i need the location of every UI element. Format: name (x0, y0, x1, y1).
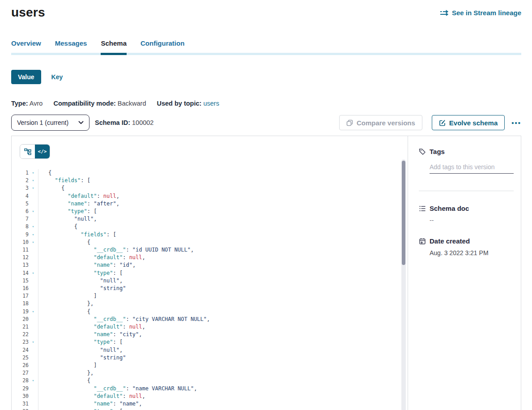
fold-arrow-icon[interactable]: ▾ (30, 231, 37, 239)
fold-spacer (30, 246, 37, 254)
topbar: users See in Stream lineage (0, 0, 532, 20)
code-line: 15 "null", (12, 277, 408, 285)
tree-view-button[interactable] (20, 145, 35, 158)
fold-arrow-icon[interactable]: ▾ (30, 377, 37, 384)
fold-arrow-icon[interactable]: ▾ (30, 269, 37, 277)
evolve-schema-button[interactable]: Evolve schema (432, 115, 505, 130)
line-number: 10 (12, 239, 29, 246)
line-number: 31 (12, 400, 29, 408)
code-text: "default": null, (38, 192, 119, 200)
fold-spacer (30, 362, 37, 369)
editor-scrollbar-thumb[interactable] (402, 161, 405, 265)
line-number: 4 (12, 192, 29, 200)
fold-spacer (30, 200, 37, 208)
code-line: 19▾ { (12, 308, 408, 316)
code-text: ] (38, 362, 97, 369)
line-number: 29 (12, 385, 29, 393)
schema-id-label: Schema ID: (95, 119, 130, 126)
code-text: "__crdb__": "name VARCHAR NULL", (38, 385, 197, 393)
code-text: { (38, 239, 90, 246)
evolve-edit-icon (439, 120, 446, 126)
code-text: { (38, 184, 64, 192)
code-line: 24 "null", (12, 346, 408, 354)
fold-arrow-icon[interactable]: ▾ (30, 408, 37, 410)
fold-arrow-icon[interactable]: ▾ (30, 239, 37, 246)
tab-overview[interactable]: Overview (11, 39, 41, 53)
more-options-button[interactable]: ••• (511, 120, 521, 126)
line-number: 14 (12, 269, 29, 277)
code-view-button[interactable]: </> (35, 145, 50, 158)
add-tags-input[interactable] (430, 162, 514, 174)
schema-doc-value: -- (430, 217, 514, 224)
code-text: }, (38, 369, 94, 377)
schema-editor: </> 1▾{2▾ "fields": [3▾ {4 "default": nu… (12, 136, 408, 410)
fold-arrow-icon[interactable]: ▾ (30, 169, 37, 177)
line-number: 16 (12, 285, 29, 292)
used-by-topic: Used by topic: users (157, 100, 219, 107)
code-line: 21 "default": null, (12, 323, 408, 331)
fold-arrow-icon[interactable]: ▾ (30, 223, 37, 231)
fold-spacer (30, 261, 37, 269)
line-number: 15 (12, 277, 29, 285)
schema-id-value: 100002 (132, 119, 153, 126)
editor-scrollbar-track[interactable] (401, 159, 406, 410)
code-line: 6▾ "type": [ (12, 208, 408, 215)
code-line: 22 "name": "city", (12, 331, 408, 338)
code-line: 23▾ "type": [ (12, 338, 408, 346)
fold-spacer (30, 316, 37, 323)
code-text: "name": "after", (38, 200, 119, 208)
fold-arrow-icon[interactable]: ▾ (30, 208, 37, 215)
code-text: { (38, 169, 51, 177)
code-text: "name": "name", (38, 400, 142, 408)
topic-link[interactable]: users (203, 100, 219, 107)
tag-icon (419, 148, 426, 155)
code-view-icon: </> (38, 149, 47, 154)
page-title: users (11, 5, 45, 20)
fold-spacer (30, 215, 37, 223)
fold-spacer (30, 331, 37, 338)
line-number: 12 (12, 254, 29, 261)
line-number: 2 (12, 177, 29, 184)
stream-lineage-icon (440, 10, 449, 16)
compare-versions-button[interactable]: Compare versions (339, 115, 422, 130)
code-line: 13 "name": "id", (12, 261, 408, 269)
code-line: 11 "__crdb__": "id UUID NOT NULL", (12, 246, 408, 254)
line-number: 17 (12, 292, 29, 300)
fold-arrow-icon[interactable]: ▾ (30, 184, 37, 192)
fold-arrow-icon[interactable]: ▾ (30, 177, 37, 184)
version-select[interactable]: Version 1 (current) (11, 115, 89, 131)
line-number: 27 (12, 369, 29, 377)
schema-sidebar: Tags (408, 136, 521, 410)
code-text: "name": "id", (38, 261, 136, 269)
key-toggle-link[interactable]: Key (51, 73, 63, 81)
code-line: 5 "name": "after", (12, 200, 408, 208)
line-number: 23 (12, 338, 29, 346)
fold-arrow-icon[interactable]: ▾ (30, 308, 37, 316)
schema-type: Type: Avro (11, 100, 43, 107)
fold-arrow-icon[interactable]: ▾ (30, 338, 37, 346)
line-number: 28 (12, 377, 29, 384)
tab-schema[interactable]: Schema (101, 39, 127, 55)
code-text: ] (38, 292, 97, 300)
tab-bar: Overview Messages Schema Configuration (11, 39, 521, 55)
tree-view-icon (24, 148, 31, 155)
fold-spacer (30, 323, 37, 331)
line-number: 6 (12, 208, 29, 215)
line-number: 20 (12, 316, 29, 323)
code-line: 14▾ "type": [ (12, 269, 408, 277)
code-text: "type": [ (38, 338, 123, 346)
code-text: "null", (38, 346, 123, 354)
topic-label: Used by topic: (157, 100, 201, 107)
line-number: 19 (12, 308, 29, 316)
tab-configuration[interactable]: Configuration (140, 39, 184, 53)
schema-page: users See in Stream lineage Overview (0, 0, 532, 410)
tab-messages[interactable]: Messages (55, 39, 87, 53)
code-text: "string" (38, 354, 126, 362)
code-line: 4 "default": null, (12, 192, 408, 200)
code-line: 1▾{ (12, 169, 408, 177)
code-line: 17 ] (12, 292, 408, 300)
value-toggle-button[interactable]: Value (11, 70, 41, 84)
code-text: "__crdb__": "id UUID NOT NULL", (38, 246, 194, 254)
stream-lineage-link[interactable]: See in Stream lineage (440, 9, 521, 17)
code-text: "type": [ (38, 408, 123, 410)
